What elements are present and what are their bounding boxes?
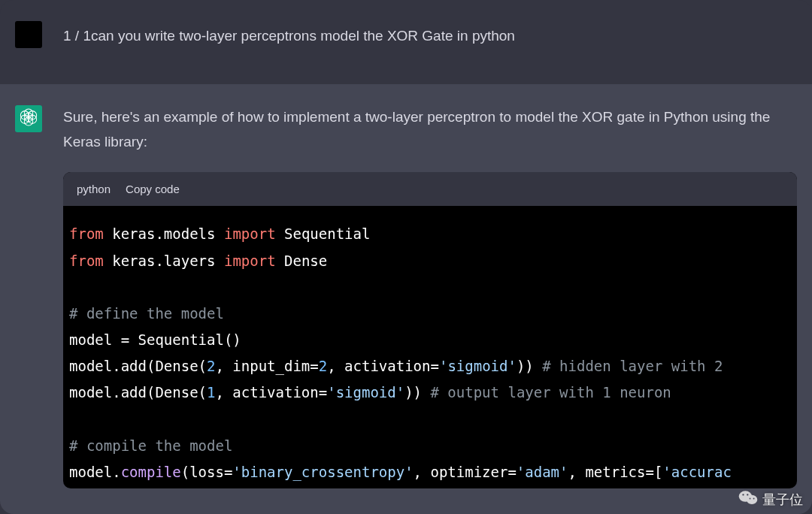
code-token: Sequential (284, 225, 370, 242)
assistant-intro-text: Sure, here's an example of how to implem… (63, 105, 797, 154)
code-token: Dense (284, 252, 327, 269)
code-token: , input_dim= (215, 358, 318, 374)
code-token: )) (517, 358, 534, 374)
code-token: compile (121, 464, 181, 480)
user-message-row: 1 / 1can you write two-layer perceptrons… (0, 0, 812, 84)
code-token: )) (404, 384, 422, 401)
code-token: 'binary_crossentropy' (232, 464, 413, 480)
code-token: model. (69, 464, 121, 480)
assistant-avatar (15, 105, 42, 132)
user-message-content: 1 / 1can you write two-layer perceptrons… (63, 21, 797, 48)
code-token: from (69, 252, 104, 269)
code-token: 2 (319, 358, 327, 374)
code-token: # hidden layer with 2 (534, 358, 732, 374)
code-token: (loss= (181, 464, 233, 480)
assistant-message-row: Sure, here's an example of how to implem… (0, 84, 812, 514)
svg-point-9 (742, 494, 744, 495)
user-avatar (15, 21, 42, 48)
svg-point-11 (750, 498, 751, 500)
openai-logo-icon (19, 107, 38, 130)
code-block: python Copy code from keras.models impor… (63, 172, 797, 488)
user-message-text: can you write two-layer perceptrons mode… (91, 28, 515, 44)
code-token: 'adam' (517, 464, 568, 480)
watermark-text: 量子位 (762, 491, 803, 509)
message-counter: 1 / 1 (63, 28, 91, 44)
code-token: , activation= (215, 384, 327, 401)
svg-point-8 (747, 495, 757, 504)
code-token: , activation= (327, 358, 439, 374)
code-token: 'sigmoid' (327, 384, 404, 401)
code-token: model.add(Dense( (69, 358, 207, 374)
code-token: import (224, 225, 276, 242)
code-token: model = Sequential() (69, 331, 241, 348)
code-token: 'sigmoid' (439, 358, 517, 374)
assistant-message-content: Sure, here's an example of how to implem… (63, 105, 797, 488)
code-token: , metrics=[ (568, 464, 663, 480)
code-block-header: python Copy code (63, 172, 797, 207)
code-token: 1 (207, 384, 215, 401)
code-token: model.add(Dense( (69, 384, 207, 401)
code-token: # compile the model (69, 437, 232, 454)
code-language-label: python (77, 180, 111, 199)
code-token: 'accurac (662, 464, 732, 480)
code-token: keras.layers (112, 252, 215, 269)
svg-point-12 (753, 498, 755, 500)
wechat-icon (738, 489, 758, 509)
code-token: from (69, 225, 104, 242)
copy-code-button[interactable]: Copy code (126, 180, 180, 199)
code-token: import (224, 252, 276, 269)
svg-point-10 (747, 494, 748, 495)
code-content[interactable]: from keras.models import Sequential from… (63, 206, 797, 488)
code-token: keras.models (112, 225, 215, 242)
code-token: # define the model (69, 305, 224, 322)
code-token: , optimizer= (414, 464, 517, 480)
code-token: # output layer with 1 neuron (422, 384, 671, 401)
watermark: 量子位 (738, 489, 803, 509)
code-token: 2 (207, 358, 215, 374)
